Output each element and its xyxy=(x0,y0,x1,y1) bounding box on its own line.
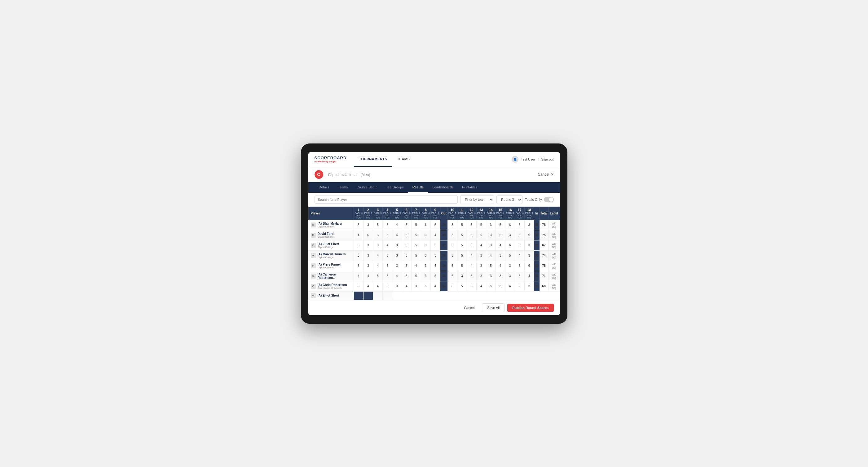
score-label[interactable]: WD DQ xyxy=(548,240,560,250)
score-hole-18[interactable]: 3 xyxy=(524,240,534,250)
sign-out-link[interactable]: Sign out xyxy=(541,157,554,161)
score-hole-11[interactable]: 5 xyxy=(457,281,467,291)
score-hole-7[interactable]: 4 xyxy=(411,260,421,271)
score-hole-5[interactable]: 3 xyxy=(392,260,402,271)
wd-label[interactable]: WD xyxy=(552,222,556,225)
score-hole-11[interactable]: 3 xyxy=(457,271,467,281)
score-hole-10[interactable]: 6 xyxy=(447,271,457,281)
score-label[interactable]: WD DQ xyxy=(548,271,560,281)
score-hole-12[interactable]: 5 xyxy=(467,271,476,281)
score-hole-7[interactable]: 5 xyxy=(411,230,421,240)
score-hole-13[interactable]: 3 xyxy=(476,250,486,260)
score-label[interactable]: WD DQ xyxy=(548,220,560,230)
score-hole-18[interactable]: 3 xyxy=(524,250,534,260)
dq-label[interactable]: DQ xyxy=(552,276,556,280)
score-hole-9[interactable]: 4 xyxy=(430,281,440,291)
wd-label[interactable]: WD xyxy=(552,273,556,276)
score-hole-6[interactable]: 3 xyxy=(402,250,411,260)
score-hole-14[interactable]: 3 xyxy=(486,220,496,230)
score-hole-16[interactable]: 6 xyxy=(505,220,515,230)
score-label[interactable]: WD DQ xyxy=(548,260,560,271)
score-hole-16[interactable]: 3 xyxy=(505,271,515,281)
score-hole-4[interactable]: 5 xyxy=(382,281,392,291)
score-hole-2[interactable]: 3 xyxy=(364,240,373,250)
score-hole-6[interactable]: 3 xyxy=(402,240,411,250)
score-hole-17[interactable]: 3 xyxy=(515,230,524,240)
score-hole-10[interactable]: 3 xyxy=(447,240,457,250)
score-hole-1[interactable]: 4 xyxy=(354,230,364,240)
score-label[interactable]: WD DQ xyxy=(548,281,560,291)
score-hole-14[interactable]: 3 xyxy=(486,230,496,240)
dq-label[interactable]: DQ xyxy=(552,246,556,249)
score-hole-2[interactable]: 3 xyxy=(364,260,373,271)
score-hole-9[interactable]: 4 xyxy=(430,230,440,240)
score-hole-3[interactable]: 4 xyxy=(373,281,383,291)
score-hole-10[interactable]: 3 xyxy=(447,281,457,291)
score-hole-12[interactable]: 3 xyxy=(467,281,476,291)
score-hole-17[interactable]: 5 xyxy=(515,271,524,281)
tab-leaderboards[interactable]: Leaderboards xyxy=(428,182,458,193)
score-label[interactable]: WD DQ xyxy=(548,230,560,240)
score-hole-7[interactable]: 5 xyxy=(411,220,421,230)
score-hole-9[interactable]: 5 xyxy=(430,260,440,271)
score-hole-11[interactable]: 5 xyxy=(457,220,467,230)
score-hole-14[interactable]: 3 xyxy=(486,240,496,250)
save-all-button[interactable]: Save All xyxy=(482,303,505,312)
score-hole-1[interactable]: 3 xyxy=(354,281,364,291)
score-hole-13[interactable]: 3 xyxy=(476,271,486,281)
score-hole-11[interactable]: 5 xyxy=(457,250,467,260)
score-hole-2[interactable]: 3 xyxy=(364,220,373,230)
tab-course-setup[interactable]: Course Setup xyxy=(352,182,382,193)
score-hole-3[interactable]: 3 xyxy=(373,240,383,250)
score-hole-2[interactable]: 4 xyxy=(364,281,373,291)
score-hole-4[interactable]: 5 xyxy=(382,250,392,260)
score-hole-8[interactable]: 3 xyxy=(421,250,430,260)
dq-label[interactable]: DQ xyxy=(552,256,556,259)
score-hole-13[interactable]: 5 xyxy=(476,230,486,240)
score-hole-15[interactable]: 3 xyxy=(496,271,505,281)
score-hole-17[interactable]: 5 xyxy=(515,220,524,230)
score-hole-16[interactable]: 6 xyxy=(505,240,515,250)
score-hole-17[interactable]: 5 xyxy=(515,240,524,250)
score-hole-4[interactable]: 5 xyxy=(382,260,392,271)
score-hole-5[interactable]: 3 xyxy=(392,250,402,260)
score-hole-7[interactable]: 5 xyxy=(411,271,421,281)
score-hole-3[interactable]: 5 xyxy=(373,220,383,230)
score-hole-1[interactable]: 3 xyxy=(354,260,364,271)
tab-teams[interactable]: Teams xyxy=(334,182,352,193)
score-hole-15[interactable]: 3 xyxy=(496,281,505,291)
score-hole-8[interactable]: 5 xyxy=(421,281,430,291)
score-hole-12[interactable]: 4 xyxy=(467,250,476,260)
score-hole-16[interactable]: 4 xyxy=(505,281,515,291)
score-hole-17[interactable]: 3 xyxy=(515,281,524,291)
score-hole-6[interactable]: 5 xyxy=(402,260,411,271)
score-hole-15[interactable]: 4 xyxy=(496,260,505,271)
score-hole-16[interactable]: 5 xyxy=(505,250,515,260)
cancel-tournament-btn[interactable]: Cancel ✕ xyxy=(538,172,554,177)
round-select[interactable]: Round 3 xyxy=(496,195,523,204)
score-hole-18[interactable]: 3 xyxy=(524,220,534,230)
dq-label[interactable]: DQ xyxy=(552,225,556,228)
score-hole-7[interactable]: 5 xyxy=(411,240,421,250)
score-hole-11[interactable]: 5 xyxy=(457,240,467,250)
score-hole-15[interactable]: 5 xyxy=(496,230,505,240)
score-hole-15[interactable]: 4 xyxy=(496,240,505,250)
score-hole-8[interactable]: 3 xyxy=(421,260,430,271)
tab-tee-groups[interactable]: Tee Groups xyxy=(382,182,408,193)
score-hole-9[interactable]: 3 xyxy=(430,240,440,250)
score-hole-18[interactable]: 6 xyxy=(524,260,534,271)
score-hole-18[interactable]: 3 xyxy=(524,281,534,291)
dq-label[interactable]: DQ xyxy=(552,266,556,269)
score-hole-4[interactable]: 4 xyxy=(382,240,392,250)
score-label[interactable]: WD DQ xyxy=(548,250,560,260)
score-hole-14[interactable]: 4 xyxy=(486,250,496,260)
score-hole-5[interactable]: 3 xyxy=(392,240,402,250)
score-hole-16[interactable]: 3 xyxy=(505,260,515,271)
score-hole-16[interactable]: 3 xyxy=(505,230,515,240)
dq-label[interactable]: DQ xyxy=(552,287,556,290)
score-hole-8[interactable]: 3 xyxy=(421,230,430,240)
score-hole-12[interactable]: 5 xyxy=(467,230,476,240)
wd-label[interactable]: WD xyxy=(552,253,556,256)
score-hole-12[interactable]: 4 xyxy=(467,260,476,271)
wd-label[interactable]: WD xyxy=(552,232,556,235)
